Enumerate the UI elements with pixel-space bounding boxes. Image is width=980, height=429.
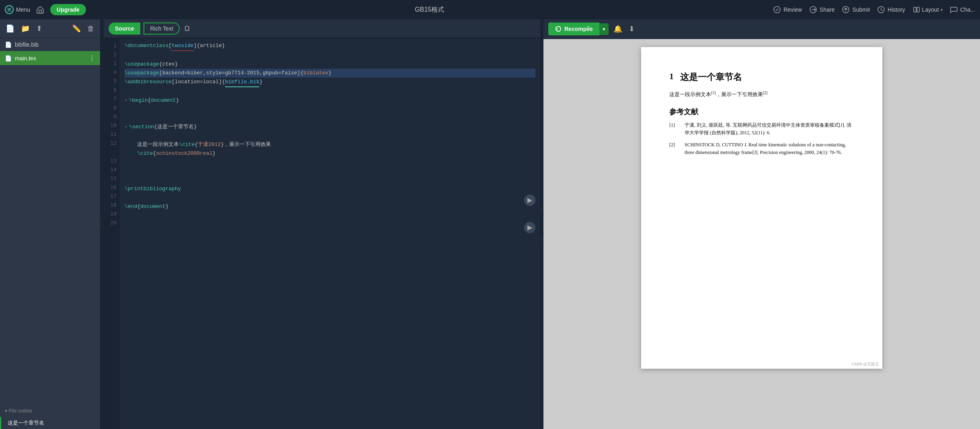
- code-line: \cite{schinstock2000real}: [125, 149, 535, 158]
- resize-handle[interactable]: ···: [0, 397, 100, 405]
- top-nav: Menu Upgrade GB15格式 Review Share Submit …: [0, 0, 980, 19]
- file-icon: 📄: [5, 41, 12, 48]
- editor-content[interactable]: 12345 678910 1112 1314 1516171819 20 \do…: [104, 38, 540, 429]
- sidebar-toolbar: 📄 📁 ⬆ ✏️ 🗑: [0, 19, 100, 38]
- code-line: [125, 87, 535, 96]
- pdf-body: 这是一段示例文本[1]，展示一下引用效果[2]: [669, 90, 854, 99]
- code-line: [125, 105, 535, 114]
- code-line: [125, 193, 535, 202]
- code-line: [125, 167, 535, 176]
- preview-panel: Recompile ▾ 🔔 ⬇ 1 这是一个章节名 这是一段示例文本[1]，展示…: [543, 19, 980, 429]
- recompile-group: Recompile ▾: [548, 23, 609, 35]
- file-item-bibfile[interactable]: 📄 bibfile.bib: [0, 38, 100, 51]
- code-line: \documentclass[twoside]{article}: [125, 41, 535, 51]
- code-line: ▾ \begin{document}: [125, 96, 535, 105]
- fold-icon[interactable]: ▾: [125, 123, 127, 131]
- pdf-ref-1: [1] 于潇, 刘义, 柴跃廷, 等. 互联网药品可信交易环境中主体资质审核备案…: [669, 121, 854, 137]
- file-item-maintex[interactable]: 📄 main.tex ⋮: [0, 51, 100, 65]
- submit-button[interactable]: Submit: [842, 6, 870, 14]
- menu-button[interactable]: Menu: [5, 5, 30, 14]
- new-file-button[interactable]: 📄: [4, 23, 16, 35]
- code-line: [125, 220, 535, 229]
- pdf-refs-title: 参考文献: [669, 107, 854, 117]
- new-folder-button[interactable]: 📁: [19, 23, 31, 35]
- sidebar-resize-handle[interactable]: ⋮: [100, 19, 104, 429]
- code-line: \usepackage{ctex}: [125, 60, 535, 69]
- sidebar: 📄 📁 ⬆ ✏️ 🗑 📄 bibfile.bib 📄 main.tex ⋮ ··…: [0, 19, 100, 429]
- chevron-down-icon: ▾: [941, 8, 943, 12]
- watermark: CSDN @王班立: [852, 361, 879, 367]
- upload-button[interactable]: ⬆: [35, 23, 44, 35]
- code-line: \addbibresource[location=local]{bibfile.…: [125, 78, 535, 87]
- download-button[interactable]: ⬇: [627, 23, 636, 35]
- pdf-page: 1 这是一个章节名 这是一段示例文本[1]，展示一下引用效果[2] 参考文献 […: [641, 47, 882, 369]
- code-line: [125, 158, 535, 167]
- file-icon: 📄: [5, 55, 12, 62]
- fold-icon[interactable]: ▾: [125, 96, 127, 105]
- main-area: 📄 📁 ⬆ ✏️ 🗑 📄 bibfile.bib 📄 main.tex ⋮ ··…: [0, 19, 980, 429]
- svg-rect-5: [914, 7, 916, 12]
- code-line: [125, 51, 535, 60]
- chevron-down-icon: ▾: [5, 408, 7, 414]
- outline-item[interactable]: 这是一个章节名: [0, 417, 100, 429]
- code-line: [125, 176, 535, 185]
- code-line: ▾ \section{这是一个章节名}: [125, 123, 535, 131]
- preview-toolbar: Recompile ▾ 🔔 ⬇: [543, 19, 980, 39]
- omega-button[interactable]: Ω: [185, 25, 190, 33]
- editor-toolbar: Source Rich Text Ω: [104, 19, 540, 38]
- recompile-dropdown-button[interactable]: ▾: [599, 23, 609, 35]
- line-numbers: 12345 678910 1112 1314 1516171819 20: [104, 38, 120, 429]
- panel-resize-handle[interactable]: ⋮ ⋮: [540, 19, 543, 429]
- code-editor[interactable]: \documentclass[twoside]{article} \usepac…: [120, 38, 540, 429]
- delete-button[interactable]: 🗑: [86, 23, 96, 35]
- more-options-icon[interactable]: ⋮: [89, 54, 95, 62]
- nav-actions: Review Share Submit History Layout ▾ Cha…: [773, 6, 975, 14]
- source-button[interactable]: Source: [109, 23, 140, 35]
- svg-rect-6: [917, 7, 919, 12]
- notification-button[interactable]: 🔔: [612, 23, 624, 35]
- code-line: \printbibliography: [125, 185, 535, 193]
- share-button[interactable]: Share: [809, 6, 834, 14]
- scroll-up-arrow[interactable]: ▶: [524, 195, 535, 206]
- editor-panel: Source Rich Text Ω 12345 678910 1112 131…: [104, 19, 540, 429]
- pdf-section-title: 1 这是一个章节名: [669, 71, 854, 83]
- code-line: \usepackage[backend=biber,style=gb7714-2…: [125, 69, 535, 78]
- file-name: main.tex: [15, 55, 86, 62]
- upgrade-button[interactable]: Upgrade: [50, 4, 86, 15]
- document-title: GB15格式: [89, 6, 770, 14]
- file-name: bibfile.bib: [15, 41, 95, 48]
- preview-content[interactable]: 1 这是一个章节名 这是一段示例文本[1]，展示一下引用效果[2] 参考文献 […: [543, 39, 980, 429]
- pdf-ref-2: [2] SCHINSTOCK D, CUTTINO J. Real time k…: [669, 141, 854, 156]
- home-button[interactable]: [33, 3, 47, 16]
- review-button[interactable]: Review: [773, 6, 802, 14]
- recompile-button[interactable]: Recompile: [548, 23, 599, 35]
- richtext-button[interactable]: Rich Text: [144, 23, 179, 35]
- code-line: [125, 114, 535, 123]
- code-line: [125, 131, 535, 140]
- file-outline-section[interactable]: ▾ File outline: [0, 405, 100, 417]
- layout-button[interactable]: Layout ▾: [912, 6, 943, 14]
- history-button[interactable]: History: [877, 6, 905, 14]
- code-line: [125, 211, 535, 220]
- scroll-down-arrow[interactable]: ▶: [524, 222, 535, 233]
- code-line: 这是一段示例文本\cite{于潇2012}，展示一下引用效果: [125, 140, 535, 149]
- edit-button[interactable]: ✏️: [70, 23, 82, 35]
- chat-button[interactable]: Cha...: [950, 6, 975, 14]
- code-line: \end{document}: [125, 202, 535, 211]
